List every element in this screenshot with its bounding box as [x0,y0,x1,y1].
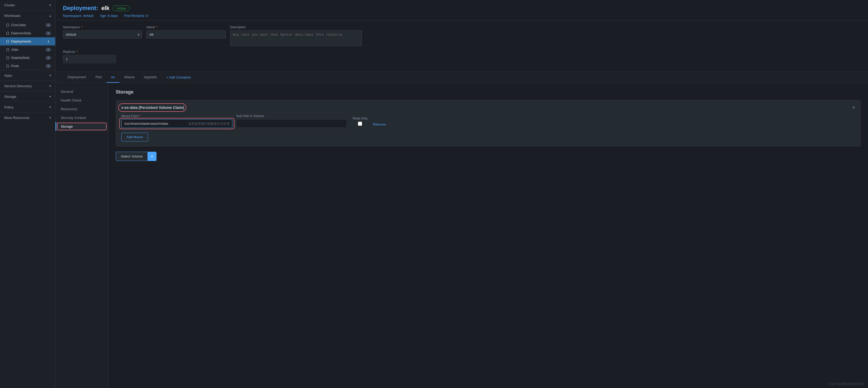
storage-panel: Storage v-es-data (Persistent Volume Cla… [108,83,868,388]
tab-deployment[interactable]: Deployment [63,72,91,83]
deployment-form: Namespace * default Name * Description [56,21,868,72]
nav-health-check[interactable]: Health Check [56,96,108,105]
main-content: Deployment: elk Active Namespace: defaul… [56,0,868,388]
sidebar-item-label: DaemonSets [11,31,31,35]
mount-point-group: Mount Point * 这里是容器中的数据文件目录 [121,114,232,128]
mount-point-label: Mount Point * [121,114,232,118]
namespace-select[interactable]: default [63,30,142,39]
namespace-value: default [83,14,94,18]
sidebar-service-discovery-label: Service Discovery [4,84,32,88]
sidebar-item-daemonsets[interactable]: DaemonSets 0 [0,29,55,37]
sidebar-policy-header[interactable]: Policy ▾ [0,102,55,112]
sidebar-workloads-label: Workloads [4,14,20,18]
namespace-label: Namespace: [63,14,82,18]
sidebar-item-label: StatefulSets [11,56,30,60]
replicas-label: Replicas * [63,50,116,54]
page-title: Deployment: elk [63,5,110,12]
sidebar-more-resources-label: More Resources [4,116,29,120]
sidebar-item-cronjobs[interactable]: CronJobs 0 [0,21,55,29]
sidebar-item-statefulsets[interactable]: StatefulSets 0 [0,54,55,62]
sub-path-input[interactable] [236,119,347,128]
left-nav: General Health Check Resources Security … [56,83,108,388]
apps-chevron-icon: ▾ [50,74,51,77]
replicas-field-group: Replicas * [63,50,116,63]
statefulsets-icon [6,57,9,59]
description-label: Description [230,25,362,29]
sidebar-service-discovery-header[interactable]: Service Discovery ▾ [0,80,55,91]
statefulsets-badge: 0 [46,56,51,60]
age-value: 6 days [108,14,118,18]
read-only-checkbox[interactable] [358,122,362,126]
sidebar-item-jobs[interactable]: Jobs 0 [0,45,55,54]
namespace-label: Namespace * [63,25,142,29]
active-status-badge: Active [113,5,130,11]
mount-point-input[interactable] [121,119,232,128]
sidebar-storage-label: Storage [4,95,17,99]
close-volume-button[interactable]: × [852,105,855,110]
sidebar-cluster-label: Cluster [4,3,15,7]
sidebar-item-pods[interactable]: Pods 2 [0,62,55,70]
pod-restarts-meta: Pod Restarts: 0 [124,14,148,18]
volume-card: v-es-data (Persistent Volume Claim) × Mo… [116,100,861,147]
sidebar-storage-header[interactable]: Storage ▾ [0,91,55,102]
nav-general[interactable]: General [56,87,108,96]
select-volume-wrapper: Select Volume ▾ [116,152,861,161]
read-only-group: Read Only [351,117,369,126]
sidebar-item-label: Deployments [11,39,31,43]
add-container-button[interactable]: + Add Container [161,72,196,83]
age-meta: Age: 6 days [100,14,118,18]
nav-resources[interactable]: Resources [56,105,108,114]
sidebar-item-label: CronJobs [11,23,26,27]
select-volume-caret-button[interactable]: ▾ [148,152,156,161]
sidebar-apps-label: Apps [4,73,12,77]
pods-icon [6,65,9,67]
namespace-field-group: Namespace * default [63,25,142,46]
tab-es[interactable]: es [106,72,120,83]
cronjobs-icon [6,24,9,26]
add-mount-button[interactable]: Add Mount [121,133,148,141]
deployment-name: elk [101,5,110,11]
sidebar-item-deployments[interactable]: Deployments 2 [0,37,55,45]
sidebar: Cluster ▾ Workloads ▴ CronJobs 0 DaemonS… [0,0,56,388]
cluster-chevron-icon: ▾ [50,3,51,7]
volume-title: v-es-data (Persistent Volume Claim) [121,105,184,110]
name-label: Name * [147,25,226,29]
tab-kibana[interactable]: kibana [120,72,139,83]
sidebar-more-resources-header[interactable]: More Resources ▾ [0,112,55,123]
nav-security-context[interactable]: Security Context [56,114,108,122]
description-textarea[interactable] [230,30,362,46]
storage-title: Storage [116,89,861,95]
pods-badge: 2 [46,64,51,68]
workloads-chevron-icon: ▴ [50,14,51,18]
sidebar-item-label: Pods [11,64,19,68]
sidebar-policy-label: Policy [4,105,13,109]
sub-path-label: Sub Path in Volume [236,114,347,118]
policy-chevron-icon: ▾ [50,105,51,109]
cronjobs-badge: 0 [46,23,51,27]
description-field-group: Description [230,25,362,46]
pod-restarts-label: Pod Restarts: [124,14,145,18]
namespace-meta: Namespace: default [63,14,94,18]
name-field-group: Name * [147,25,226,46]
select-volume-button[interactable]: Select Volume [116,152,148,161]
mount-row: Mount Point * 这里是容器中的数据文件目录 Sub Path in … [121,114,855,128]
tab-logstash[interactable]: logstash [139,72,161,83]
name-input[interactable] [147,30,226,39]
remove-mount-button[interactable]: Remove [373,121,385,127]
sidebar-apps-header[interactable]: Apps ▾ [0,70,55,80]
storage-chevron-icon: ▾ [50,95,51,98]
jobs-icon [6,48,9,51]
sub-path-group: Sub Path in Volume [236,114,347,128]
daemonsets-icon [6,32,9,35]
tab-pod[interactable]: Pod [91,72,106,83]
sidebar-workloads-header[interactable]: Workloads ▴ [0,10,55,21]
deployments-icon [6,40,9,43]
jobs-badge: 0 [46,48,51,52]
read-only-label: Read Only [352,117,368,120]
replicas-input[interactable] [63,55,116,63]
nav-storage[interactable]: Storage [56,122,108,131]
topbar: Deployment: elk Active Namespace: defaul… [56,0,868,21]
sidebar-cluster-header[interactable]: Cluster ▾ [0,0,55,10]
container-tabs-bar: Deployment Pod es kibana logstash + Add … [56,72,868,83]
more-resources-chevron-icon: ▾ [50,116,51,120]
